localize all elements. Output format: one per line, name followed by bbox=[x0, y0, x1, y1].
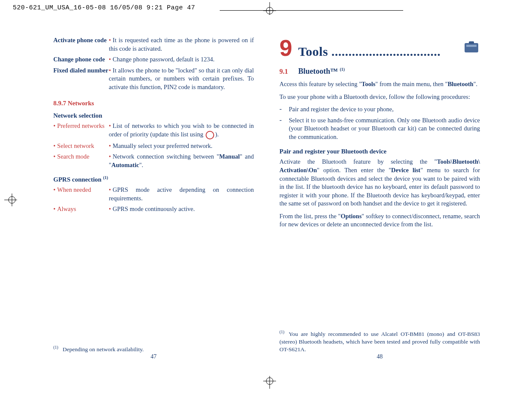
heading-gprs-connection: GPRS connection (1) bbox=[53, 175, 254, 183]
term-activate-code: Activate phone code bbox=[53, 36, 109, 53]
chapter-number: 9 bbox=[279, 36, 292, 59]
list-item-pair: -Pair and register the device to your ph… bbox=[279, 105, 480, 114]
footnote-right: (1)You are highly recommended to use Alc… bbox=[279, 329, 480, 353]
term-fixed-dialed: Fixed dialed number bbox=[53, 66, 109, 92]
term-change-code: Change phone code bbox=[53, 55, 109, 64]
registration-mark-left bbox=[0, 191, 17, 208]
heading-network-selection: Network selection bbox=[53, 112, 254, 119]
registration-mark-bottom bbox=[261, 376, 278, 393]
section-9-1-heading: 9.1 Bluetooth™ (1) bbox=[279, 67, 480, 76]
tools-icon bbox=[463, 40, 480, 55]
para-activate-bt: Activate the Bluetooth feature by select… bbox=[279, 158, 480, 208]
desc-search-mode: •Network connection switching between "M… bbox=[109, 153, 254, 169]
page-spread: Activate phone code •It is requested eac… bbox=[41, 36, 493, 360]
svg-rect-9 bbox=[465, 43, 478, 52]
term-select-network: •Select network bbox=[53, 142, 109, 150]
nav-key-icon bbox=[206, 131, 214, 139]
page-number-47: 47 bbox=[53, 353, 254, 360]
term-search-mode: •Search mode bbox=[53, 153, 109, 169]
list-item-select: -Select it to use hands-free communicati… bbox=[279, 116, 480, 142]
para-access: Access this feature by selecting "Tools"… bbox=[279, 80, 480, 89]
crop-mark-header: 520-621_UM_USA_16-05-08 16/05/08 9:21 Pa… bbox=[13, 4, 195, 12]
crop-line bbox=[220, 10, 403, 11]
desc-change-code: •Change phone password, default is 1234. bbox=[109, 55, 254, 64]
desc-always: •GPRS mode continuously active. bbox=[109, 205, 254, 214]
para-options: From the list, press the "Options" softk… bbox=[279, 212, 480, 229]
term-when-needed: •When needed bbox=[53, 186, 109, 202]
footnote-left: (1)Depending on network availability. bbox=[53, 344, 254, 353]
section-8-9-7: 8.9.7 Networks bbox=[53, 100, 254, 107]
desc-activate-code: •It is requested each time as the phone … bbox=[109, 36, 254, 53]
desc-select-network: •Manually select your preferred network. bbox=[109, 142, 254, 150]
svg-rect-11 bbox=[469, 41, 474, 44]
para-procedures: To use your phone with a Bluetooth devic… bbox=[279, 93, 480, 101]
desc-fixed-dialed: •It allows the phone to be "locked" so t… bbox=[109, 66, 254, 92]
desc-when-needed: •GPRS mode active depending on connectio… bbox=[109, 186, 254, 202]
page-47: Activate phone code •It is requested eac… bbox=[41, 36, 267, 360]
page-48: 9 Tools ................................… bbox=[267, 36, 493, 360]
term-preferred-networks: •Preferred networks bbox=[53, 122, 109, 139]
page-number-48: 48 bbox=[279, 353, 480, 360]
heading-pair-register: Pair and register your Bluetooth device bbox=[279, 148, 480, 155]
desc-preferred-networks: •List of networks to which you wish to b… bbox=[109, 122, 254, 139]
term-always: •Always bbox=[53, 205, 109, 214]
registration-mark-top bbox=[261, 0, 278, 15]
chapter-title: Tools ................................ bbox=[298, 44, 441, 59]
svg-rect-10 bbox=[466, 45, 477, 47]
chapter-heading: 9 Tools ................................ bbox=[279, 36, 480, 59]
